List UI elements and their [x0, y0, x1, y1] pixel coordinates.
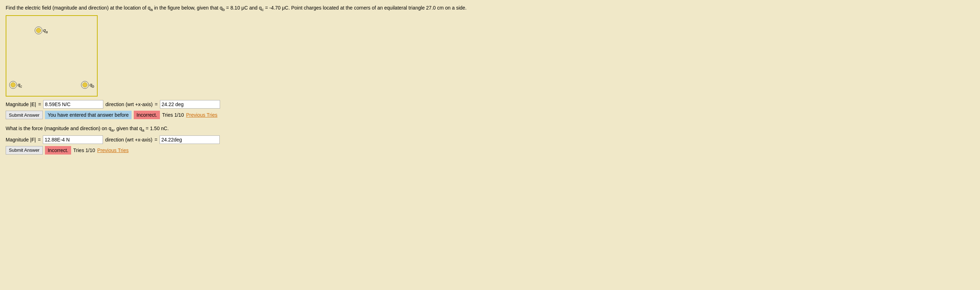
qa-circle-outer	[35, 27, 43, 34]
direction-label-1: direction (wrt +x-axis)	[105, 101, 153, 107]
previous-tries-link-1[interactable]: Previous Tries	[186, 112, 218, 118]
qc-label: qc	[18, 82, 22, 89]
equals-1: =	[38, 101, 41, 107]
question1-text: Find the electric field (magnitude and d…	[6, 4, 536, 13]
magnitude-row-1: Magnitude |E| = direction (wrt +x-axis) …	[6, 100, 974, 109]
tries-1: Tries 1/10	[162, 112, 184, 118]
question2-text: What is the force (magnitude and directi…	[6, 125, 536, 133]
qc-circle-outer	[9, 81, 17, 89]
magnitude-label-2: Magnitude |F|	[6, 137, 36, 143]
red-feedback-2: Incorrect.	[45, 146, 71, 155]
direction-equals-2: =	[154, 137, 158, 143]
equals-2: =	[38, 137, 41, 143]
submit-button-1[interactable]: Submit Answer	[6, 111, 43, 119]
qb-circle-outer	[81, 81, 89, 89]
feedback-row-2: Submit Answer Incorrect. Tries 1/10 Prev…	[6, 146, 974, 155]
direction-input-1[interactable]	[160, 100, 220, 109]
submit-button-2[interactable]: Submit Answer	[6, 146, 43, 155]
magnitude-label-1: Magnitude |E|	[6, 101, 36, 107]
qb-circle-inner	[83, 82, 88, 87]
direction-input-2[interactable]	[159, 135, 220, 144]
red-feedback-1: Incorrect.	[134, 111, 160, 119]
charge-qb-point: qb	[81, 81, 94, 89]
qc-circle-inner	[11, 82, 16, 87]
direction-label-2: direction (wrt +x-axis)	[105, 137, 152, 143]
figure-diagram: qa qc qb	[6, 15, 98, 97]
charge-qa-point: qa	[35, 27, 48, 34]
direction-equals-1: =	[155, 101, 158, 107]
magnitude-input-2[interactable]	[43, 135, 103, 144]
previous-tries-link-2[interactable]: Previous Tries	[97, 147, 129, 153]
qa-circle-inner	[36, 28, 41, 33]
qb-label: qb	[89, 82, 94, 89]
charge-qc-point: qc	[9, 81, 22, 89]
magnitude-input-1[interactable]	[43, 100, 103, 109]
feedback-row-1: Submit Answer You have entered that answ…	[6, 111, 974, 119]
magnitude-row-2: Magnitude |F| = direction (wrt +x-axis) …	[6, 135, 974, 144]
tries-2: Tries 1/10	[73, 147, 95, 153]
blue-feedback-1: You have entered that answer before	[45, 111, 132, 119]
qa-label: qa	[43, 28, 48, 34]
